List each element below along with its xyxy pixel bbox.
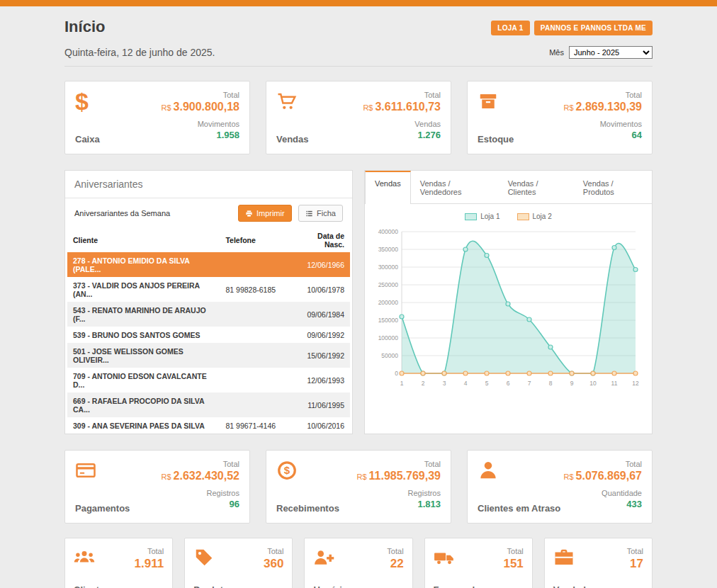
total-value: R$2.869.130,39 [564, 101, 642, 113]
table-row[interactable]: 309 - ANA SEVERINA PAES DA SILVA 81 9967… [67, 417, 350, 434]
print-button[interactable]: Imprimir [238, 205, 292, 222]
stat-title: Estoque [478, 134, 514, 145]
birthdays-table: Cliente Telefone Data de Nasc. 278 - ANT… [67, 228, 350, 434]
sales-panel: Vendas Vendas / Vendedores Vendas / Clie… [364, 170, 653, 434]
archive-icon [478, 91, 499, 112]
date-row: Quinta-feira, 12 de junho de 2025. Mês J… [64, 46, 653, 67]
phone-cell: 81 99828-6185 [220, 277, 293, 302]
summary-row-top: $ Caixa Total R$3.900.800,18 Movimentos … [64, 81, 653, 154]
page-header: Início LOJA 1 PANNOS E PANNOS LTDA ME [64, 18, 653, 36]
birthdays-actions: Imprimir Ficha [238, 205, 343, 222]
person-icon [478, 460, 499, 481]
stat-title: Pagamentos [75, 503, 130, 514]
birthdate-cell: 12/06/1993 [293, 368, 350, 392]
client-cell: 501 - JOSE WELISSON GOMES OLIVEIR... [67, 343, 220, 368]
birthdate-cell: 12/06/1966 [293, 252, 350, 277]
month-select[interactable]: Junho - 2025 [569, 46, 653, 59]
count-value: 433 [564, 499, 642, 509]
stat-card-estoque: Estoque Total R$2.869.130,39 Movimentos … [467, 81, 653, 154]
total-value: 22 [387, 557, 403, 571]
total-label: Total [357, 460, 441, 468]
currency-prefix: R$ [357, 473, 367, 481]
client-cell: 669 - RAFAELA PROCOPIO DA SILVA CA... [67, 392, 220, 417]
svg-text:$: $ [284, 464, 290, 476]
legend-label: Loja 1 [480, 213, 499, 220]
birthdays-panel-title: Aniversariantes [65, 171, 352, 198]
dollar-icon: $ [75, 91, 100, 115]
count-value: 96 [162, 499, 239, 509]
total-value: R$3.900.800,18 [162, 101, 239, 113]
total-label: Total [627, 547, 643, 555]
current-date: Quinta-feira, 12 de junho de 2025. [64, 47, 215, 58]
total-value: R$5.076.869,67 [564, 470, 642, 482]
header-buttons: LOJA 1 PANNOS E PANNOS LTDA ME [491, 21, 653, 35]
svg-text:100000: 100000 [378, 334, 399, 341]
stat-title: Fornecedores [434, 584, 495, 588]
total-value: 1.911 [135, 557, 164, 571]
table-row[interactable]: 278 - ANTONIO EMIDIO DA SILVA (PALE... 1… [67, 252, 350, 277]
svg-text:3: 3 [443, 380, 446, 387]
summary-row-bottom: Clientes Total 1.911 Produtos Total 360 [64, 538, 653, 588]
birthdate-cell: 09/06/1992 [293, 327, 350, 343]
tab-vendas-produtos[interactable]: Vendas / Produtos [574, 171, 652, 203]
stat-title: Usuários [313, 584, 353, 588]
tab-vendas-clientes[interactable]: Vendas / Clientes [499, 171, 574, 203]
dashboard-content: Início LOJA 1 PANNOS E PANNOS LTDA ME Qu… [64, 6, 653, 588]
table-row[interactable]: 501 - JOSE WELISSON GOMES OLIVEIR... 15/… [67, 343, 350, 368]
stat-card-vendas: Vendas Total R$3.611.610,73 Vendas 1.276 [266, 81, 451, 154]
middle-panels: Aniversariantes Aniversariantes da Seman… [64, 170, 653, 434]
store-button[interactable]: LOJA 1 [491, 21, 529, 35]
people-icon [74, 547, 95, 568]
birthdays-subtitle: Aniversariantes da Semana [74, 209, 170, 217]
briefcase-icon [553, 547, 575, 568]
svg-text:50000: 50000 [381, 352, 398, 359]
table-row[interactable]: 543 - RENATO MARINHO DE ARAUJO (F... 09/… [67, 302, 350, 327]
count-label: Movimentos [162, 120, 239, 128]
client-cell: 309 - ANA SEVERINA PAES DA SILVA [67, 417, 220, 434]
table-row[interactable]: 539 - BRUNO DOS SANTOS GOMES 09/06/1992 [67, 327, 350, 343]
legend-loja2: Loja 2 [517, 213, 552, 220]
stat-card-clientes-atraso: Clientes em Atraso Total R$5.076.869,67 … [467, 450, 653, 524]
svg-text:9: 9 [570, 380, 574, 387]
phone-cell [220, 327, 293, 343]
column-header-telefone: Telefone [220, 228, 293, 252]
stat-card-recebimentos: $ Recebimentos Total R$11.985.769,39 Reg… [266, 450, 451, 524]
total-label: Total [503, 547, 523, 555]
phone-cell [220, 392, 293, 417]
cart-icon [276, 91, 298, 112]
currency-prefix: R$ [162, 103, 171, 112]
count-value: 64 [564, 130, 642, 140]
table-row[interactable]: 709 - ANTONIO EDSON CAVALCANTE D... 12/0… [67, 368, 350, 392]
stat-title: Caixa [75, 134, 100, 145]
birthdate-cell: 09/06/1984 [293, 302, 350, 327]
tab-vendas[interactable]: Vendas [365, 171, 411, 204]
svg-text:6: 6 [507, 380, 510, 387]
svg-text:200000: 200000 [378, 299, 399, 306]
page-title: Início [64, 18, 105, 36]
count-label: Movimentos [564, 120, 642, 128]
phone-cell [220, 252, 293, 277]
total-value: 151 [503, 557, 523, 571]
table-row[interactable]: 373 - VALDIR DOS ANJOS PEREIRA (AN... 81… [67, 277, 350, 302]
svg-text:350000: 350000 [378, 246, 399, 253]
total-label: Total [162, 91, 239, 99]
chart-container: 0500001000001500002000002500003000003500… [365, 222, 652, 397]
svg-text:11: 11 [611, 380, 618, 387]
birthdate-cell: 10/06/1978 [293, 277, 350, 302]
truck-icon [434, 547, 455, 568]
svg-text:0: 0 [395, 370, 398, 377]
company-button[interactable]: PANNOS E PANNOS LTDA ME [534, 21, 653, 35]
column-header-data-nasc: Data de Nasc. [293, 228, 350, 252]
tab-vendas-vendedores[interactable]: Vendas / Vendedores [411, 171, 499, 203]
birthdays-panel: Aniversariantes Aniversariantes da Seman… [64, 170, 353, 434]
svg-text:8: 8 [549, 380, 553, 387]
table-row[interactable]: 669 - RAFAELA PROCOPIO DA SILVA CA... 11… [67, 392, 350, 417]
total-value: 17 [627, 557, 643, 571]
ficha-button[interactable]: Ficha [298, 205, 343, 222]
svg-text:12: 12 [632, 380, 639, 387]
stat-title: Vendas [276, 134, 309, 145]
total-value: R$3.611.610,73 [363, 101, 441, 113]
credit-card-icon [75, 460, 96, 481]
sales-area-chart: 0500001000001500002000002500003000003500… [368, 223, 645, 392]
total-label: Total [387, 547, 403, 555]
